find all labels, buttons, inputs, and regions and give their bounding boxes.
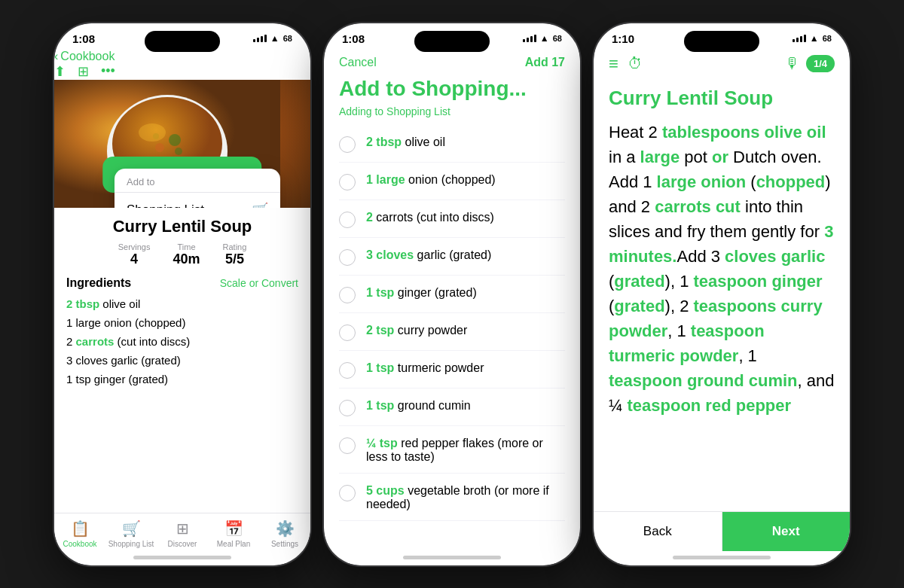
p2-item-cumin: 1 tsp ground cumin [339, 390, 565, 426]
camera-pill-1 [145, 31, 220, 52]
back-button[interactable]: Back [594, 512, 722, 551]
p2-title: Add to Shopping... [324, 77, 580, 105]
home-indicator-1 [133, 556, 231, 559]
tab-shopping-list[interactable]: 🛒 Shopping List [105, 519, 157, 548]
wifi-icon-3: ▲ [810, 33, 819, 44]
svg-point-7 [153, 133, 159, 139]
p2-circle-broth[interactable] [339, 485, 356, 501]
qty-ginger: 1 tsp [66, 373, 91, 385]
audio-icon[interactable]: 🎙 [785, 55, 800, 72]
svg-point-5 [155, 143, 164, 152]
ingredient-carrots: 2 carrots (cut into discs) [66, 335, 298, 348]
p2-item-curry: 2 tsp curry powder [339, 315, 565, 351]
share-icon[interactable]: ⬆ [54, 63, 66, 80]
p2-circle-olive-oil[interactable] [339, 136, 356, 153]
cancel-button[interactable]: Cancel [339, 56, 377, 69]
nav-back-label: Cookbook [60, 50, 115, 63]
rating-label: Rating [223, 242, 247, 251]
p2-circle-garlic[interactable] [339, 249, 356, 266]
p2-circle-curry[interactable] [339, 324, 356, 341]
battery-3: 68 [823, 34, 832, 43]
p2-circle-cumin[interactable] [339, 400, 356, 416]
ingredient-list: 2 tbsp olive oil 1 large onion (chopped)… [66, 297, 298, 385]
p2-subtitle-list: Shopping List [386, 105, 450, 117]
p3-left-icons: ≡ ⏱ [609, 54, 643, 74]
svg-point-3 [139, 123, 166, 142]
p2-circle-onion[interactable] [339, 174, 356, 190]
scale-or-convert-link[interactable]: Scale or Convert [220, 277, 298, 289]
qty-olive-oil: 2 tbsp [66, 297, 99, 310]
p2-item-garlic: 3 cloves garlic (grated) [339, 239, 565, 276]
p2-ingredient-list: 2 tbsp olive oil 1 large onion (chopped)… [324, 126, 580, 551]
time-1: 1:08 [72, 32, 95, 45]
tab-cookbook[interactable]: 📋 Cookbook [54, 519, 105, 548]
settings-icon: ⚙️ [276, 519, 295, 538]
status-icons-3: ▲ 68 [793, 33, 832, 44]
ingredients-header: Ingredients Scale or Convert [66, 276, 298, 290]
add-button[interactable]: Add 17 [525, 56, 565, 69]
ingredient-olive-oil: 2 tbsp olive oil [66, 297, 298, 310]
recipe-title-1: Curry Lentil Soup [66, 217, 298, 236]
p2-item-onion: 1 large onion (chopped) [339, 164, 565, 200]
p2-circle-ginger[interactable] [339, 287, 356, 303]
p3-content: Curry Lentil Soup Heat 2 tablespoons oli… [594, 80, 850, 511]
recipe-image: Add to Shopping List 🛒 Meal Plan 📅 Folde… [54, 80, 310, 208]
p2-item-pepper-flakes: ¼ tsp red pepper flakes (more or less to… [339, 428, 565, 474]
status-bar-2: 1:08 ▲ 68 [324, 23, 580, 50]
shopping-list-icon: 🛒 [122, 519, 141, 538]
status-icons-2: ▲ 68 [523, 33, 562, 44]
tab-settings[interactable]: ⚙️ Settings [259, 519, 310, 548]
time-2: 1:08 [342, 32, 365, 45]
more-icon[interactable]: ••• [101, 63, 115, 79]
tab-settings-label: Settings [271, 540, 298, 548]
qty-garlic: 3 [66, 354, 72, 367]
p2-list-name: Shopping List [386, 105, 450, 117]
time-label: Time [173, 242, 200, 251]
camera-pill-2 [414, 31, 490, 52]
recipe-meta: Servings 4 Time 40m Rating 5/5 [66, 242, 298, 267]
tab-meal-plan[interactable]: 📅 Meal Plan [208, 519, 259, 548]
nav-bar-1: ‹ Cookbook ⬆ ⊞ ••• [54, 50, 310, 80]
p2-subtitle: Adding to Shopping List [324, 105, 580, 126]
status-bar-1: 1:08 ▲ 68 [54, 23, 310, 50]
tab-discover[interactable]: ⊞ Discover [157, 519, 208, 548]
p2-circle-pepper[interactable] [339, 437, 356, 454]
p2-subtitle-prefix: Adding to [339, 105, 386, 117]
tab-bar: 📋 Cookbook 🛒 Shopping List ⊞ Discover 📅 … [54, 513, 310, 551]
meta-servings: Servings 4 [118, 242, 151, 267]
p3-right-icons: 🎙 1/4 [785, 55, 835, 72]
servings-value: 4 [118, 251, 151, 267]
tab-cookbook-label: Cookbook [63, 540, 96, 548]
dropdown-menu: Add to Shopping List 🛒 Meal Plan 📅 Folde… [115, 169, 280, 208]
recipe-content: Curry Lentil Soup Servings 4 Time 40m Ra… [54, 208, 310, 513]
p2-item-olive-oil: 2 tbsp olive oil [339, 126, 565, 163]
phones-container: 1:08 ▲ 68 ‹ Cookbook [39, 8, 865, 580]
p2-circle-carrots[interactable] [339, 212, 356, 228]
p2-circle-turmeric[interactable] [339, 362, 356, 379]
p3-instruction-text: Heat 2 tablespoons olive oil in a large … [609, 120, 835, 418]
status-bar-3: 1:10 ▲ 68 [594, 23, 850, 50]
list-icon[interactable]: ≡ [609, 54, 618, 74]
discover-icon: ⊞ [176, 519, 189, 538]
status-icons-1: ▲ 68 [253, 33, 292, 44]
signal-bars-2 [523, 35, 536, 42]
p3-recipe-title: Curry Lentil Soup [609, 87, 835, 110]
meta-rating: Rating 5/5 [223, 242, 247, 267]
tab-shopping-label: Shopping List [108, 540, 154, 548]
qty-onion: 1 [66, 316, 72, 329]
nav-bar-icons: ⬆ ⊞ ••• [54, 63, 310, 80]
ingredient-garlic: 3 cloves garlic (grated) [66, 354, 298, 367]
phone-1-screen: 1:08 ▲ 68 ‹ Cookbook [54, 23, 310, 565]
dropdown-item-shopping-list[interactable]: Shopping List 🛒 [115, 192, 280, 208]
ingredients-title: Ingredients [66, 276, 131, 290]
battery-1: 68 [283, 34, 292, 43]
signal-bars-3 [793, 35, 806, 42]
p3-bottom-bar: Back Next [594, 511, 850, 551]
home-indicator-3 [673, 556, 771, 559]
tab-discover-label: Discover [168, 540, 197, 548]
timer-icon[interactable]: ⏱ [628, 55, 643, 72]
phone-3-screen: 1:10 ▲ 68 ≡ ⏱ [594, 23, 850, 565]
phone-2-screen: 1:08 ▲ 68 Cancel Add 17 [324, 23, 580, 565]
bookmark-icon[interactable]: ⊞ [78, 63, 89, 80]
next-button[interactable]: Next [722, 512, 851, 551]
